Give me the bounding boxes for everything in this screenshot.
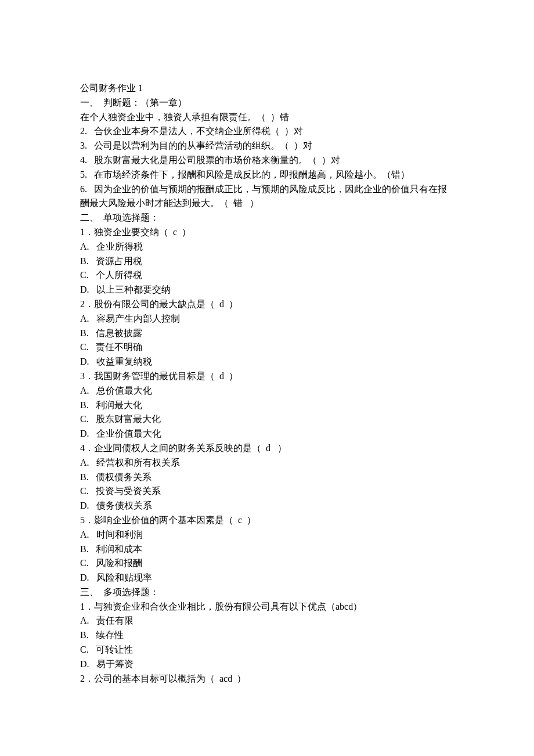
text-line: 公司财务作业 1 <box>80 81 454 96</box>
text-line: C. 可转让性 <box>80 643 454 657</box>
text-line: 5．影响企业价值的两个基本因素是（ c ） <box>80 513 454 528</box>
text-line: C. 风险和报酬 <box>80 556 454 571</box>
text-line: 6. 因为企业的价值与预期的报酬成正比，与预期的风险成反比，因此企业的价值只有在… <box>80 182 454 211</box>
text-line: 三、 多项选择题： <box>80 585 454 600</box>
text-line: 一、 判断题：（第一章） <box>80 96 454 110</box>
text-line: 1．与独资企业和合伙企业相比，股份有限公司具有以下优点（abcd） <box>80 600 454 614</box>
document-body: 公司财务作业 1一、 判断题：（第一章）在个人独资企业中，独资人承担有限责任。（… <box>80 81 454 686</box>
text-line: A. 责任有限 <box>80 614 454 628</box>
text-line: B. 利润最大化 <box>80 398 454 413</box>
text-line: 1．独资企业要交纳（ c ） <box>80 225 454 240</box>
text-line: A. 容易产生内部人控制 <box>80 312 454 326</box>
text-line: D. 以上三种都要交纳 <box>80 283 454 297</box>
text-line: B. 债权债务关系 <box>80 470 454 485</box>
text-line: D. 风险和贴现率 <box>80 571 454 585</box>
text-line: D. 易于筹资 <box>80 657 454 672</box>
text-line: C. 个人所得税 <box>80 268 454 283</box>
text-line: 5. 在市场经济条件下，报酬和风险是成反比的，即报酬越高，风险越小。（错） <box>80 168 454 182</box>
text-line: D. 企业价值最大化 <box>80 427 454 441</box>
text-line: 2. 合伙企业本身不是法人，不交纳企业所得税（ ）对 <box>80 124 454 139</box>
text-line: B. 信息被披露 <box>80 326 454 341</box>
text-line: 2．股份有限公司的最大缺点是（ d ） <box>80 297 454 312</box>
text-line: D. 收益重复纳税 <box>80 355 454 369</box>
text-line: A. 企业所得税 <box>80 240 454 254</box>
text-line: 4. 股东财富最大化是用公司股票的市场价格来衡量的。（ ）对 <box>80 153 454 168</box>
text-line: A. 总价值最大化 <box>80 384 454 398</box>
text-line: C. 投资与受资关系 <box>80 484 454 499</box>
text-line: B. 续存性 <box>80 628 454 643</box>
text-line: 2．公司的基本目标可以概括为（ acd ） <box>80 672 454 686</box>
text-line: D. 债务债权关系 <box>80 499 454 513</box>
text-line: C. 责任不明确 <box>80 340 454 355</box>
text-line: 4．企业同债权人之间的财务关系反映的是（ d ） <box>80 441 454 456</box>
text-line: C. 股东财富最大化 <box>80 412 454 427</box>
text-line: 二、 单项选择题： <box>80 211 454 225</box>
text-line: B. 资源占用税 <box>80 254 454 269</box>
text-line: 在个人独资企业中，独资人承担有限责任。（ ）错 <box>80 110 454 125</box>
text-line: 3. 公司是以营利为目的的从事经营活动的组织。（ ）对 <box>80 139 454 153</box>
text-line: A. 时间和利润 <box>80 528 454 542</box>
text-line: A. 经营权和所有权关系 <box>80 456 454 470</box>
text-line: B. 利润和成本 <box>80 542 454 557</box>
text-line: 3．我国财务管理的最优目标是（ d ） <box>80 369 454 384</box>
